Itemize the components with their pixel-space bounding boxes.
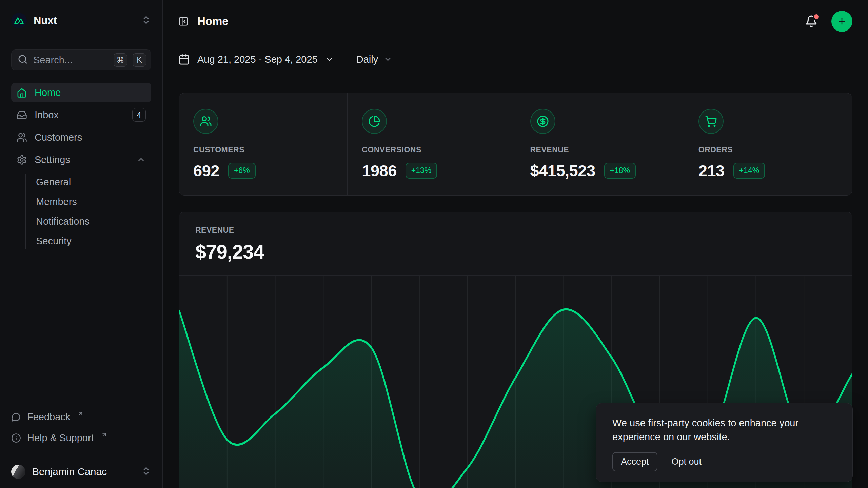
shopping-cart-icon [698,109,724,134]
sidebar-item-inbox[interactable]: Inbox4 [11,105,151,125]
users-icon [193,109,218,134]
period-select[interactable]: Daily [356,54,392,65]
sidebar-item-label: Inbox [35,109,59,121]
stat-value: 213 [698,161,725,180]
notification-dot [813,13,820,20]
chevron-down-icon [383,55,392,64]
message-circle-icon [11,412,21,422]
sidebar-footer: FeedbackHelp & Support [11,406,151,450]
stat-delta-badge: +18% [604,163,636,179]
info-icon [11,433,21,443]
arrow-up-right-icon [101,431,108,439]
sidebar-item-home[interactable]: Home [11,83,151,102]
sidebar-item-help-support[interactable]: Help & Support [11,427,151,448]
stat-value: 1986 [362,161,397,180]
circle-dollar-icon [530,109,555,134]
kbd-k: K [133,53,146,67]
sidebar-subitem-general[interactable]: General [36,172,151,192]
revenue-total: $79,234 [195,240,836,263]
users-icon [17,132,27,143]
sidebar-item-label: Feedback [27,411,70,423]
sidebar-item-label: Home [35,87,61,98]
home-icon [17,87,27,98]
user-section: Benjamin Canac [0,455,162,488]
stat-value: $415,523 [530,161,595,180]
sidebar-subnav: GeneralMembersNotificationsSecurity [11,172,151,251]
search-icon [18,54,28,66]
collapse-sidebar-button[interactable] [178,16,189,26]
sidebar-subitem-notifications[interactable]: Notifications [36,211,151,231]
notifications-button[interactable] [805,15,818,28]
chevrons-up-down-icon [141,466,151,477]
user-name: Benjamin Canac [32,466,107,477]
chevrons-up-down-icon [141,15,151,26]
stat-label: ORDERS [698,145,838,155]
arrow-up-right-icon [77,410,84,418]
stat-card-customers[interactable]: CUSTOMERS692+6% [179,93,347,196]
stat-label: CONVERSIONS [362,145,501,155]
sidebar-item-label: Help & Support [27,432,94,444]
plus-icon [837,16,847,26]
sidebar-subitem-security[interactable]: Security [36,231,151,251]
calendar-icon [178,54,190,65]
stat-label: CUSTOMERS [193,145,333,155]
cookie-accept-button[interactable]: Accept [612,452,657,471]
settings-icon [17,155,27,165]
workspace-switcher[interactable]: Nuxt [11,10,151,31]
cookie-optout-button[interactable]: Opt out [672,456,702,467]
stat-delta-badge: +13% [406,163,437,179]
search-box[interactable]: ⌘ K [11,49,151,70]
page-title: Home [197,15,229,28]
page-header: Home [163,0,868,43]
sidebar-item-feedback[interactable]: Feedback [11,406,151,427]
sidebar: Nuxt ⌘ K HomeInbox4CustomersSettingsGene… [0,0,163,488]
cookie-banner: We use first-party cookies to enhance yo… [596,403,853,482]
user-avatar [11,465,25,479]
filters-toolbar: Aug 21, 2025 - Sep 4, 2025 Daily [163,43,868,76]
revenue-label: REVENUE [195,226,836,235]
workspace-name: Nuxt [34,15,57,27]
chevron-down-icon [325,55,334,64]
sidebar-item-label: Settings [35,154,70,165]
header-actions [805,11,852,32]
nuxt-logo-icon [11,13,27,28]
chevron-up-icon [136,155,146,164]
stat-label: REVENUE [530,145,670,155]
stats-row: CUSTOMERS692+6%CONVERSIONS1986+13%REVENU… [179,93,852,196]
stat-card-conversions[interactable]: CONVERSIONS1986+13% [347,93,515,196]
inbox-count-badge: 4 [132,108,146,122]
stat-value: 692 [193,161,219,180]
sidebar-subitem-members[interactable]: Members [36,192,151,211]
cookie-actions: Accept Opt out [612,452,836,471]
date-range-value: Aug 21, 2025 - Sep 4, 2025 [197,54,318,65]
user-menu[interactable]: Benjamin Canac [11,455,151,488]
revenue-head: REVENUE $79,234 [179,212,852,263]
stat-delta-badge: +6% [228,163,256,179]
search-input[interactable] [33,55,108,66]
sidebar-item-customers[interactable]: Customers [11,127,151,147]
new-item-button[interactable] [831,11,852,32]
stat-delta-badge: +14% [733,163,765,179]
period-value: Daily [356,54,378,65]
date-range-picker[interactable]: Aug 21, 2025 - Sep 4, 2025 [178,54,334,65]
stat-card-revenue[interactable]: REVENUE$415,523+18% [516,93,684,196]
stat-card-orders[interactable]: ORDERS213+14% [684,93,852,196]
kbd-cmd: ⌘ [114,53,127,67]
sidebar-item-label: Customers [35,132,82,143]
sidebar-nav: HomeInbox4CustomersSettingsGeneralMember… [11,83,151,251]
sidebar-item-settings[interactable]: Settings [11,150,151,169]
pie-chart-icon [362,109,387,134]
cookie-message: We use first-party cookies to enhance yo… [612,416,819,444]
inbox-icon [17,110,27,120]
